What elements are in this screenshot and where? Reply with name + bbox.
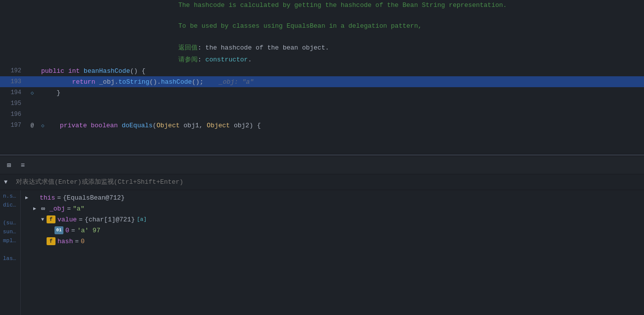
line-number-196: 196 [0,111,27,118]
var-icon-obj: ∞ [39,205,48,212]
var-tag-value: [a] [137,216,147,222]
expression-dropdown-arrow[interactable]: ▼ [4,179,12,186]
line-gutter-194: ◇ [27,90,37,96]
desc-line-5: 返回值: the hashcode of the bean object. [0,42,644,53]
var-value-value: {char[1]@721} [85,216,135,223]
line-content-192: public int beanHashCode() { [37,67,644,75]
line-gutter-197: @ [27,122,37,128]
stack-item-6[interactable]: mpl (s [1,237,19,245]
var-value-this: {EqualsBean@712} [63,194,125,202]
stack-item-3[interactable] [1,210,19,218]
var-eq-this: = [57,194,61,202]
desc-line-4 [0,31,644,42]
debugger-panel: ⊞ ≡ ▼ n.syn dicat (sun. sun.r mpl (s las… [0,157,644,315]
stack-item-2[interactable]: dicat [1,201,19,209]
var-item-obj[interactable]: ∞ _obj = "a" [21,203,644,214]
stack-item-5[interactable]: sun.r [1,228,19,236]
variables-list: this = {EqualsBean@712} ∞ _obj = "a" [21,190,644,315]
var-item-value[interactable]: f value = {char[1]@721} [a] [21,214,644,225]
var-item-this[interactable]: this = {EqualsBean@712} [21,192,644,203]
line-number-195: 195 [0,100,27,107]
expand-obj[interactable] [31,205,39,212]
var-value-hash: 0 [81,238,85,245]
var-value-0: 'a' 97 [77,227,101,234]
line-number-197: 197 [0,122,27,129]
desc-line-1: The hashcode is calculated by getting th… [0,0,644,10]
expression-bar: ▼ [0,174,644,190]
debugger-content: n.syn dicat (sun. sun.r mpl (s lass ( th… [0,190,644,315]
desc-line-6: 请参阅: constructor. [0,53,644,65]
line-content-193: return _obj.toString().hashCode(); _obj:… [37,78,644,86]
desc-line-2 [0,10,644,21]
line-number-193: 193 [0,78,27,85]
line-content-194: } [37,89,644,97]
var-icon-value: f [47,215,55,223]
var-eq-obj: = [67,205,71,212]
code-line-196: 196 [0,109,644,120]
list-view-icon[interactable]: ≡ [18,160,28,170]
var-eq-value: = [79,216,83,223]
expression-input[interactable] [16,178,640,186]
stack-trace-sidebar: n.syn dicat (sun. sun.r mpl (s lass ( [0,190,21,315]
code-line-195: 195 [0,98,644,109]
code-line-197: 197 @ ◇ private boolean doEquals(Object … [0,120,644,131]
grid-view-icon[interactable]: ⊞ [4,160,14,170]
var-value-obj: "a" [73,205,84,212]
debugger-toolbar: ⊞ ≡ [0,157,644,174]
var-name-value: value [57,216,77,223]
var-item-0[interactable]: 01 0 = 'a' 97 [21,225,644,236]
code-line-192: 192 public int beanHashCode() { [0,65,644,76]
var-icon-0: 01 [54,226,63,234]
var-eq-hash: = [75,238,79,245]
var-icon-hash: f [47,237,55,245]
line-content-197: ◇ private boolean doEquals(Object obj1, … [37,122,644,129]
var-name-hash: hash [57,238,73,245]
desc-line-3: To be used by classes using EqualsBean i… [0,21,644,31]
expand-value[interactable] [39,215,47,223]
var-name-this: this [40,194,55,202]
stack-item-4[interactable]: (sun. [1,219,19,227]
stack-item-7[interactable] [1,246,19,254]
code-area: The hashcode is calculated by getting th… [0,0,644,154]
stack-item-1[interactable]: n.syn [1,192,19,200]
editor-panel: The hashcode is calculated by getting th… [0,0,644,154]
var-eq-0: = [71,227,75,234]
line-number-194: 194 [0,89,27,96]
line-number-192: 192 [0,67,27,74]
var-name-0: 0 [65,227,69,234]
expand-this[interactable] [23,194,31,202]
var-item-hash[interactable]: f hash = 0 [21,236,644,247]
var-name-obj: _obj [50,205,65,212]
code-line-194: 194 ◇ } [0,87,644,98]
code-line-193: 193 return _obj.toString().hashCode(); _… [0,76,644,87]
stack-item-8[interactable]: lass ( [1,255,19,262]
